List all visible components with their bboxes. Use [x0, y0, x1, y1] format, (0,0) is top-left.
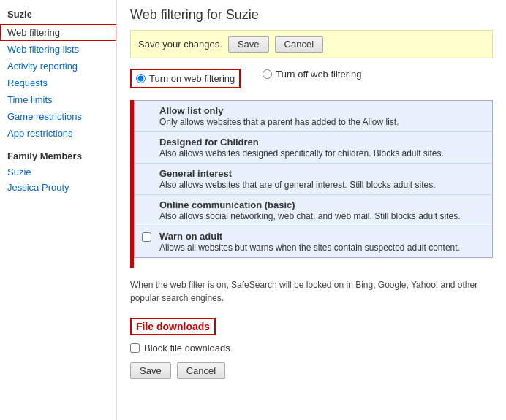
sidebar: Suzie Web filtering Web filtering lists …	[0, 0, 117, 420]
sidebar-item-time-limits[interactable]: Time limits	[0, 91, 116, 108]
cancel-button-bottom[interactable]: Cancel	[177, 362, 225, 379]
filter-title-online-communication-basic: Online communication (basic)	[159, 199, 485, 210]
turn-off-radio[interactable]	[263, 69, 272, 79]
filter-desc-allow-list-only: Only allows websites that a parent has a…	[159, 117, 485, 127]
safesearch-note: When the web filter is on, SafeSearch wi…	[130, 278, 493, 305]
block-downloads-row: Block file downloads	[130, 343, 493, 354]
filter-item-warn-on-adult[interactable]: Warn on adult Allows all websites but wa…	[135, 226, 492, 257]
sidebar-family-jessica-prouty[interactable]: Jessica Prouty	[0, 180, 116, 195]
save-bar-text: Save your changes.	[138, 39, 222, 50]
filter-item-designed-for-children[interactable]: Designed for Children Also allows websit…	[135, 132, 492, 164]
turn-off-web-filtering-option[interactable]: Turn off web filtering	[263, 69, 361, 80]
warn-on-adult-checkbox[interactable]	[142, 232, 151, 242]
sidebar-item-web-filtering-lists[interactable]: Web filtering lists	[0, 41, 116, 58]
sidebar-item-game-restrictions[interactable]: Game restrictions	[0, 108, 116, 125]
filter-title-general-interest: General interest	[159, 168, 485, 179]
save-button-bottom[interactable]: Save	[130, 362, 171, 379]
turn-on-radio[interactable]	[136, 74, 146, 83]
sidebar-item-activity-reporting[interactable]: Activity reporting	[0, 58, 116, 75]
sidebar-item-app-restrictions[interactable]: App restrictions	[0, 125, 116, 142]
sidebar-item-web-filtering[interactable]: Web filtering	[0, 24, 116, 41]
block-downloads-checkbox[interactable]	[130, 343, 140, 353]
cancel-button-top[interactable]: Cancel	[275, 36, 323, 53]
filter-title-warn-on-adult: Warn on adult	[159, 231, 485, 242]
filter-title-allow-list-only: Allow list only	[159, 105, 485, 116]
turn-on-web-filtering-option[interactable]: Turn on web filtering	[130, 69, 241, 88]
turn-off-label: Turn off web filtering	[276, 69, 361, 80]
filter-item-online-communication-basic[interactable]: Online communication (basic) Also allows…	[135, 195, 492, 226]
sidebar-item-requests[interactable]: Requests	[0, 75, 116, 91]
filter-desc-warn-on-adult: Allows all websites but warns when the s…	[159, 243, 485, 253]
filter-panel: Allow list only Only allows websites tha…	[134, 100, 493, 258]
radio-row: Turn on web filtering Turn off web filte…	[130, 69, 493, 88]
filter-item-allow-list-only[interactable]: Allow list only Only allows websites tha…	[135, 101, 492, 132]
sidebar-family-section-title: Family Members	[0, 142, 116, 164]
file-downloads-title: File downloads	[130, 318, 216, 335]
main-content: Web filtering for Suzie Save your change…	[117, 0, 506, 420]
sidebar-user-title: Suzie	[0, 6, 116, 24]
save-bar: Save your changes. Save Cancel	[130, 30, 493, 58]
file-downloads-section: File downloads Block file downloads Save…	[130, 318, 493, 379]
block-downloads-label: Block file downloads	[144, 343, 230, 354]
filter-desc-online-communication-basic: Also allows social networking, web chat,…	[159, 211, 485, 221]
filter-title-designed-for-children: Designed for Children	[159, 137, 485, 148]
sidebar-family-suzie[interactable]: Suzie	[0, 164, 116, 180]
filter-panel-wrapper: Allow list only Only allows websites tha…	[130, 100, 493, 268]
filter-item-general-interest[interactable]: General interest Also allows websites th…	[135, 164, 492, 195]
filter-desc-designed-for-children: Also allows websites designed specifical…	[159, 148, 485, 159]
page-title: Web filtering for Suzie	[130, 7, 493, 23]
save-button-top[interactable]: Save	[228, 36, 269, 53]
bottom-btn-row: Save Cancel	[130, 362, 493, 379]
filter-desc-general-interest: Also allows websites that are of general…	[159, 180, 485, 190]
turn-on-label: Turn on web filtering	[149, 73, 235, 84]
